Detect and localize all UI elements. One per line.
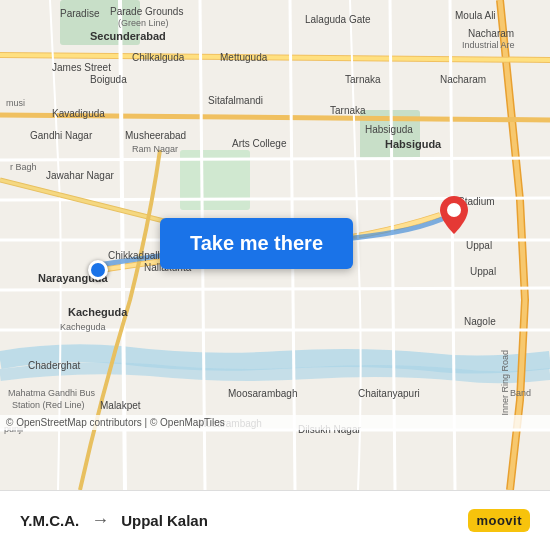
label-arts-college: Arts College (232, 138, 286, 149)
label-musi: musi (6, 98, 25, 108)
label-chikkadpally: Chikkadpally (108, 250, 165, 261)
label-lalaguda: Lalaguda Gate (305, 14, 371, 25)
destination-pin (440, 196, 468, 238)
label-malakpet: Malakpet (100, 400, 141, 411)
moovit-logo: moovit (468, 509, 530, 532)
label-secunderabad: Secunderabad (90, 30, 166, 42)
map-container: Paradise Parade Grounds (Green Line) Sec… (0, 0, 550, 490)
svg-line-15 (0, 288, 550, 290)
route-arrow: → (91, 510, 109, 531)
label-boiguda: Boiguda (90, 74, 127, 85)
bottom-bar: Y.M.C.A. → Uppal Kalan moovit (0, 490, 550, 550)
label-kacheguda2: Kacheguda (60, 322, 106, 332)
svg-line-12 (0, 158, 550, 160)
svg-point-18 (447, 203, 461, 217)
label-habsiguda: Habsiguda (365, 124, 413, 135)
label-mahatma-bus2: Station (Red Line) (12, 400, 85, 410)
label-tarnaka2: Tarnaka (330, 105, 366, 116)
label-tarnaka: Tarnaka (345, 74, 381, 85)
label-ram-nagar: Ram Nagar (132, 144, 178, 154)
label-mettuguda: Mettuguda (220, 52, 267, 63)
label-chaderghat: Chaderghat (28, 360, 80, 371)
route-from: Y.M.C.A. (20, 512, 79, 529)
label-moula-ali: Moula Ali (455, 10, 496, 21)
label-sitafalmandi: Sitafalmandi (208, 95, 263, 106)
label-gandhi-nagar: Gandhi Nagar (30, 130, 92, 141)
take-me-there-button[interactable]: Take me there (160, 218, 353, 269)
label-green-line: (Green Line) (118, 18, 169, 28)
label-parade-grounds: Parade Grounds (110, 6, 183, 17)
label-chaitanyapuri: Chaitanyapuri (358, 388, 420, 399)
label-nacharam-ind: Nacharam (468, 28, 514, 39)
label-musheerabad: Musheerabad (125, 130, 186, 141)
label-nacharam: Nacharam (440, 74, 486, 85)
route-to: Uppal Kalan (121, 512, 208, 529)
label-uppal2: Uppal (470, 266, 496, 277)
label-kacheguda: Kacheguda (68, 306, 127, 318)
label-kavadiguda: Kavadiguda (52, 108, 105, 119)
label-band: Band (510, 388, 531, 398)
label-moosarambagh: Moosarambagh (228, 388, 297, 399)
label-chilkalguda: Chilkalguda (132, 52, 184, 63)
label-nagole: Nagole (464, 316, 496, 327)
label-uppal: Uppal (466, 240, 492, 251)
label-jawahar-nagar: Jawahar Nagar (46, 170, 114, 181)
copyright-bar: © OpenStreetMap contributors | © OpenMap… (0, 415, 550, 430)
label-james-street: James Street (52, 62, 111, 73)
label-inner-ring: Inner Ring Road (500, 350, 510, 416)
label-mahatma-bus: Mahatma Gandhi Bus (8, 388, 95, 398)
label-r-bagh: r Bagh (10, 162, 37, 172)
origin-pin (88, 260, 108, 280)
label-nacharam-ind2: Industrial Are (462, 40, 515, 50)
label-habsiguda2: Habsiguda (385, 138, 441, 150)
label-paradise: Paradise (60, 8, 99, 19)
